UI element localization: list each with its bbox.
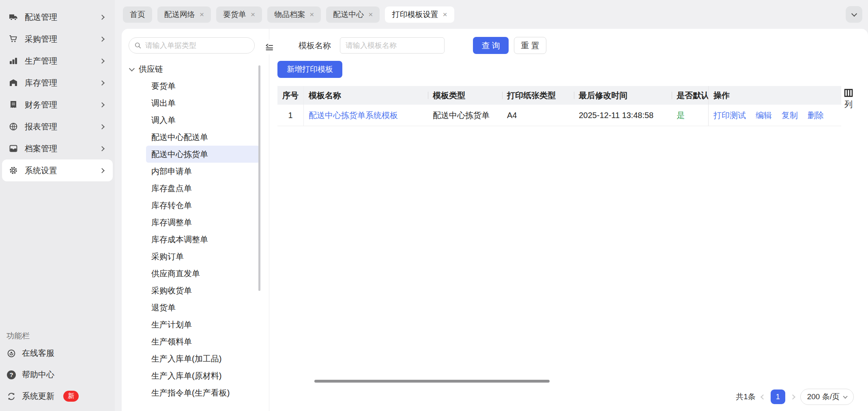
column-header-default[interactable]: 是否默认 bbox=[672, 86, 708, 105]
headset-icon bbox=[6, 349, 16, 358]
add-print-template-button[interactable]: 新增打印模板 bbox=[277, 61, 342, 78]
template-name-label: 模板名称 bbox=[299, 40, 331, 51]
column-header-name[interactable]: 模板名称 bbox=[304, 86, 428, 105]
tree-scrollbar[interactable] bbox=[258, 65, 260, 291]
tree-item[interactable]: 生产指令单(生产看板) bbox=[146, 384, 260, 401]
page-number[interactable]: 1 bbox=[771, 389, 785, 404]
close-icon[interactable]: × bbox=[368, 11, 373, 18]
sidebar-item-archives[interactable]: 档案管理 bbox=[2, 138, 113, 159]
copy-link[interactable]: 复制 bbox=[782, 110, 798, 121]
column-header-modified[interactable]: 最后修改时间 bbox=[574, 86, 672, 105]
tree-item[interactable]: 采购订单 bbox=[146, 248, 260, 265]
tree-item[interactable]: 生产入库单(原材料) bbox=[146, 367, 260, 384]
horizontal-scrollbar[interactable] bbox=[314, 380, 550, 383]
cart-icon bbox=[9, 34, 18, 44]
column-header-index[interactable]: 序号 bbox=[277, 86, 304, 105]
column-settings-button[interactable]: 列 bbox=[842, 88, 855, 110]
tree-item[interactable]: 配送中心配送单 bbox=[146, 129, 260, 146]
tree-root-supply-chain[interactable]: 供应链 bbox=[130, 62, 163, 75]
print-template-table: 序号 模板名称 模板类型 打印纸张类型 最后修改时间 是否默认 操作 1 配送中… bbox=[277, 86, 841, 126]
tree-item[interactable]: 退货单 bbox=[146, 299, 260, 316]
tree-item[interactable]: 采购收货单 bbox=[146, 282, 260, 299]
warehouse-icon bbox=[9, 78, 18, 88]
default-flag: 是 bbox=[677, 110, 685, 121]
sidebar-item-label: 生产管理 bbox=[25, 56, 94, 67]
tab-label: 打印模板设置 bbox=[392, 9, 438, 20]
tree-item[interactable]: 生产入库单(加工品) bbox=[146, 350, 260, 367]
close-icon[interactable]: × bbox=[251, 11, 255, 18]
chevron-down-icon bbox=[129, 66, 135, 71]
close-icon[interactable]: × bbox=[200, 11, 204, 18]
filter-row: 模板名称 查 询 重 置 bbox=[269, 37, 868, 54]
tree-item[interactable]: 生产计划单 bbox=[146, 316, 260, 333]
tree-item[interactable]: 库存成本调整单 bbox=[146, 231, 260, 248]
sidebar-item-purchase[interactable]: 采购管理 bbox=[2, 28, 113, 50]
sidebar-item-system-update[interactable]: 系统更新 新 bbox=[0, 385, 115, 407]
sidebar-item-label: 系统更新 bbox=[22, 391, 54, 402]
sidebar-item-reports[interactable]: 报表管理 bbox=[2, 116, 113, 138]
main-panel: 模板名称 查 询 重 置 新增打印模板 序号 模板名称 模板类型 打印纸张类型 … bbox=[269, 29, 868, 411]
tree-item[interactable]: 供应商直发单 bbox=[146, 265, 260, 282]
chevron-right-icon bbox=[99, 37, 105, 42]
sidebar-item-online-service[interactable]: 在线客服 bbox=[0, 342, 115, 364]
delete-link[interactable]: 删除 bbox=[808, 110, 824, 121]
tab-delivery-network[interactable]: 配送网络 × bbox=[157, 6, 211, 23]
tab-label: 配送网络 bbox=[164, 9, 195, 20]
tab-print-template-settings[interactable]: 打印模板设置 × bbox=[385, 6, 454, 23]
column-header-actions[interactable]: 操作 bbox=[708, 86, 841, 105]
close-icon[interactable]: × bbox=[443, 11, 447, 18]
sidebar-item-label: 系统设置 bbox=[25, 165, 94, 176]
sidebar-item-label: 档案管理 bbox=[25, 143, 94, 154]
question-icon: ? bbox=[6, 370, 16, 380]
tab-label: 首页 bbox=[130, 9, 145, 20]
chevron-right-icon bbox=[99, 146, 105, 151]
tree-item[interactable]: 内部申请单 bbox=[146, 163, 260, 180]
search-button[interactable]: 查 询 bbox=[473, 37, 509, 54]
column-header-paper[interactable]: 打印纸张类型 bbox=[502, 86, 574, 105]
print-test-link[interactable]: 打印测试 bbox=[713, 110, 746, 121]
pagination: 共1条 1 200 条/页 bbox=[736, 389, 854, 405]
tree-item[interactable]: 库存盘点单 bbox=[146, 180, 260, 197]
close-icon[interactable]: × bbox=[309, 11, 314, 18]
tree-item-selected[interactable]: 配送中心拣货单 bbox=[146, 146, 260, 163]
tree-item[interactable]: 要货单 bbox=[146, 77, 260, 95]
tab-request-order[interactable]: 要货单 × bbox=[216, 6, 262, 23]
tree-item[interactable]: 调入单 bbox=[146, 112, 260, 129]
cell-modified: 2025-12-11 13:48:58 bbox=[574, 105, 672, 126]
page-size-select[interactable]: 200 条/页 bbox=[800, 389, 854, 405]
sidebar-item-delivery[interactable]: 配送管理 bbox=[2, 6, 113, 28]
tree-item[interactable]: 调出单 bbox=[146, 95, 260, 112]
sidebar-item-settings[interactable]: 系统设置 bbox=[2, 159, 113, 181]
tree-search-input[interactable] bbox=[145, 41, 238, 50]
tree-item[interactable]: 库存调整单 bbox=[146, 214, 260, 231]
chevron-down-icon bbox=[851, 11, 857, 16]
tree-root-label: 供应链 bbox=[139, 64, 163, 75]
tree-item[interactable]: 库存转仓单 bbox=[146, 197, 260, 214]
tab-home[interactable]: 首页 bbox=[123, 6, 152, 23]
template-name-link[interactable]: 配送中心拣货单系统模板 bbox=[309, 110, 398, 121]
tab-list-dropdown-button[interactable] bbox=[846, 6, 862, 23]
next-page-icon[interactable] bbox=[790, 394, 795, 400]
tab-item-archive[interactable]: 物品档案 × bbox=[267, 6, 321, 23]
tree-item[interactable]: 生产领料单 bbox=[146, 333, 260, 350]
tab-bar: 首页 配送网络 × 要货单 × 物品档案 × 配送中心 × 打印模板设置 × bbox=[115, 0, 868, 29]
sidebar-item-label: 配送管理 bbox=[25, 12, 94, 23]
sidebar-item-production[interactable]: 生产管理 bbox=[2, 50, 113, 72]
template-name-input[interactable] bbox=[340, 37, 445, 54]
sidebar-item-inventory[interactable]: 库存管理 bbox=[2, 72, 113, 94]
tree-search-box bbox=[129, 37, 255, 54]
sidebar-item-help-center[interactable]: ? 帮助中心 bbox=[0, 364, 115, 385]
tab-delivery-center[interactable]: 配送中心 × bbox=[326, 6, 380, 23]
reset-button[interactable]: 重 置 bbox=[514, 37, 546, 54]
column-header-type[interactable]: 模板类型 bbox=[428, 86, 502, 105]
sidebar-nav: 配送管理 采购管理 生产管理 库存 bbox=[0, 6, 115, 181]
chevron-down-icon bbox=[843, 394, 847, 398]
table-header: 序号 模板名称 模板类型 打印纸张类型 最后修改时间 是否默认 操作 bbox=[277, 86, 841, 105]
sidebar-item-label: 财务管理 bbox=[25, 99, 94, 110]
sidebar-item-label: 报表管理 bbox=[25, 121, 94, 132]
edit-link[interactable]: 编辑 bbox=[756, 110, 772, 121]
row-actions: 打印测试 编辑 复制 删除 bbox=[713, 110, 824, 121]
prev-page-icon[interactable] bbox=[761, 394, 766, 400]
production-chart-icon bbox=[9, 56, 18, 66]
sidebar-item-finance[interactable]: 财务管理 bbox=[2, 94, 113, 116]
